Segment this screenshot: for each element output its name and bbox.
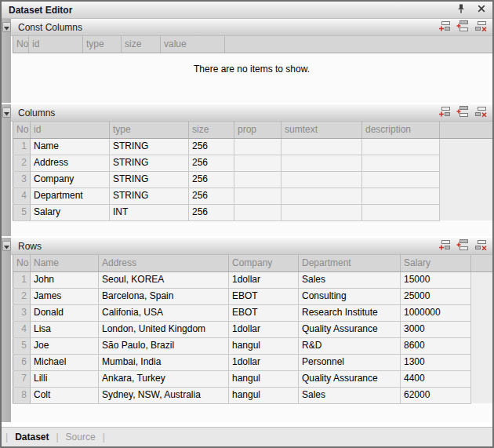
cell[interactable]: 1dollar xyxy=(229,321,299,337)
row-number-cell[interactable]: 3 xyxy=(13,304,31,321)
cell[interactable]: 1dollar xyxy=(229,271,299,288)
cell[interactable]: Ankara, Turkey xyxy=(99,370,229,387)
cell[interactable]: John xyxy=(31,271,99,288)
cell[interactable]: Company xyxy=(31,171,110,188)
row-number-cell[interactable]: 1 xyxy=(13,138,31,155)
collapse-button[interactable] xyxy=(2,22,11,32)
cell[interactable]: Quality Assurance xyxy=(299,321,401,337)
cell[interactable] xyxy=(282,188,362,204)
row-number-cell[interactable]: 8 xyxy=(13,387,31,403)
close-button[interactable] xyxy=(475,4,488,16)
cell[interactable]: Donald xyxy=(31,304,99,321)
row-number-cell[interactable]: 4 xyxy=(13,188,31,204)
cell[interactable]: 256 xyxy=(189,155,234,171)
cell[interactable] xyxy=(234,138,282,155)
cell[interactable]: Colt xyxy=(31,387,99,403)
cell[interactable]: Joe xyxy=(31,337,99,354)
cell[interactable]: 1000000 xyxy=(401,304,471,321)
cell[interactable] xyxy=(362,155,440,171)
row-number-cell[interactable]: 6 xyxy=(13,354,31,370)
cell[interactable]: STRING xyxy=(110,188,189,204)
cell[interactable]: 3000 xyxy=(401,321,471,337)
cell[interactable]: 256 xyxy=(189,188,234,204)
cell[interactable] xyxy=(234,155,282,171)
row-number-cell[interactable]: 1 xyxy=(13,271,31,288)
add-row-button[interactable] xyxy=(438,21,452,34)
cell[interactable]: Personnel xyxy=(299,354,401,370)
cell[interactable]: Mumbai, India xyxy=(99,354,229,370)
cell[interactable]: 1dollar xyxy=(229,354,299,370)
row-number-cell[interactable]: 2 xyxy=(13,288,31,304)
delete-row-button[interactable] xyxy=(474,21,488,34)
insert-row-button[interactable] xyxy=(456,21,470,34)
cell[interactable]: hangul xyxy=(229,370,299,387)
cell[interactable]: Department xyxy=(31,188,110,204)
cell[interactable]: Sales xyxy=(299,271,401,288)
cell[interactable]: Address xyxy=(31,155,110,171)
cell[interactable] xyxy=(362,138,440,155)
cell[interactable]: 4400 xyxy=(401,370,471,387)
delete-row-button[interactable] xyxy=(474,107,488,119)
cell[interactable] xyxy=(362,188,440,204)
collapse-button[interactable] xyxy=(2,241,11,251)
row-number-cell[interactable]: 2 xyxy=(13,155,31,171)
cell[interactable] xyxy=(282,138,362,155)
cell[interactable]: 1300 xyxy=(401,354,471,370)
cell[interactable]: Califonia, USA xyxy=(99,304,229,321)
cell[interactable]: Quality Assurance xyxy=(299,370,401,387)
cell[interactable] xyxy=(234,204,282,220)
tab-dataset[interactable]: Dataset xyxy=(15,432,49,443)
cell[interactable]: Michael xyxy=(31,354,99,370)
insert-row-button[interactable] xyxy=(456,107,470,119)
cell[interactable]: Lisa xyxy=(31,321,99,337)
cell[interactable]: 62000 xyxy=(401,387,471,403)
cell[interactable]: Barcelona, Spain xyxy=(99,288,229,304)
cell[interactable] xyxy=(362,204,440,220)
cell[interactable]: Consulting xyxy=(299,288,401,304)
cell[interactable]: Sales xyxy=(299,387,401,403)
add-row-button[interactable] xyxy=(438,107,452,119)
cell[interactable] xyxy=(362,171,440,188)
row-number-cell[interactable]: 4 xyxy=(13,321,31,337)
cell[interactable]: STRING xyxy=(110,138,189,155)
cell[interactable]: 25000 xyxy=(401,288,471,304)
cell[interactable]: 256 xyxy=(189,171,234,188)
cell[interactable]: 256 xyxy=(189,138,234,155)
cell[interactable]: STRING xyxy=(110,171,189,188)
cell[interactable]: Sydney, NSW, Australia xyxy=(99,387,229,403)
add-row-button[interactable] xyxy=(438,240,452,253)
row-number-cell[interactable]: 5 xyxy=(13,204,31,220)
cell[interactable]: Research Institute xyxy=(299,304,401,321)
insert-row-button[interactable] xyxy=(456,240,470,253)
cell[interactable] xyxy=(282,155,362,171)
cell[interactable]: hangul xyxy=(229,337,299,354)
cell[interactable]: INT xyxy=(110,204,189,220)
cell[interactable]: Salary xyxy=(31,204,110,220)
cell[interactable] xyxy=(234,171,282,188)
cell[interactable] xyxy=(234,188,282,204)
row-number-cell[interactable]: 7 xyxy=(13,370,31,387)
cell[interactable]: hangul xyxy=(229,387,299,403)
pin-button[interactable] xyxy=(455,4,467,16)
cell[interactable]: James xyxy=(31,288,99,304)
cell[interactable] xyxy=(282,204,362,220)
cell[interactable]: Seoul, KOREA xyxy=(99,271,229,288)
cell[interactable]: STRING xyxy=(110,155,189,171)
cell[interactable]: Name xyxy=(31,138,110,155)
cell[interactable]: EBOT xyxy=(229,304,299,321)
row-number-cell[interactable]: 3 xyxy=(13,171,31,188)
cell[interactable]: EBOT xyxy=(229,288,299,304)
cell[interactable]: Lilli xyxy=(31,370,99,387)
cell[interactable]: São Paulo, Brazil xyxy=(99,337,229,354)
tab-source[interactable]: Source xyxy=(66,432,96,443)
collapse-button[interactable] xyxy=(2,107,11,118)
cell[interactable]: 256 xyxy=(189,204,234,220)
cell[interactable]: London, United Kingdom xyxy=(99,321,229,337)
cell[interactable] xyxy=(282,171,362,188)
row-filler xyxy=(471,321,493,337)
cell[interactable]: 15000 xyxy=(401,271,471,288)
cell[interactable]: 8600 xyxy=(401,337,471,354)
row-number-cell[interactable]: 5 xyxy=(13,337,31,354)
delete-row-button[interactable] xyxy=(474,240,488,253)
cell[interactable]: R&D xyxy=(299,337,401,354)
